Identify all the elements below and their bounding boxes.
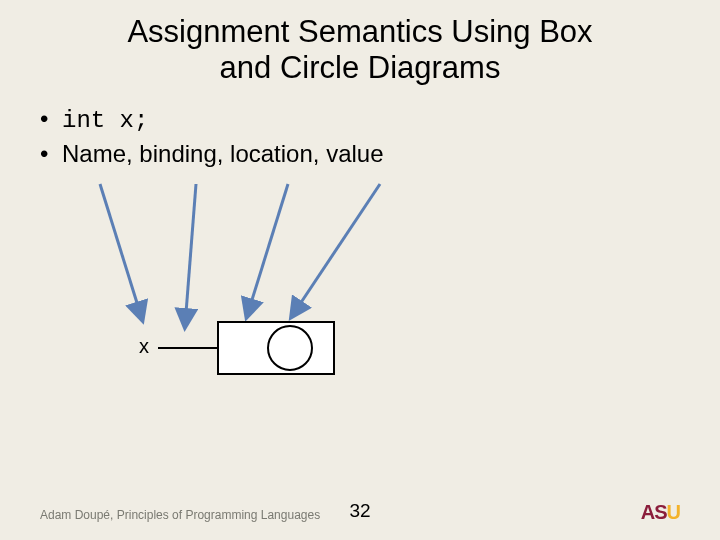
slide-title: Assignment Semantics Using Box and Circl… (0, 0, 720, 85)
arrow-binding (185, 184, 196, 326)
logo-s: S (654, 501, 666, 523)
arrow-location (247, 184, 288, 316)
bullet-1: int x; (40, 103, 720, 137)
arrow-name (100, 184, 142, 319)
variable-name-label: x (139, 335, 149, 358)
value-circle (268, 326, 312, 370)
logo-u: U (667, 501, 680, 523)
title-line-1: Assignment Semantics Using Box (127, 14, 592, 49)
bullet-1-code: int x; (62, 107, 148, 134)
logo-a: A (641, 501, 654, 523)
arrow-value (292, 184, 380, 316)
asu-logo: ASU (641, 501, 680, 524)
title-line-2: and Circle Diagrams (220, 50, 501, 85)
footer: Adam Doupé, Principles of Programming La… (40, 508, 680, 522)
bullet-2: Name, binding, location, value (40, 138, 720, 170)
footer-text: Adam Doupé, Principles of Programming La… (40, 508, 320, 522)
location-box (218, 322, 334, 374)
bullet-list: int x; Name, binding, location, value (40, 103, 720, 170)
